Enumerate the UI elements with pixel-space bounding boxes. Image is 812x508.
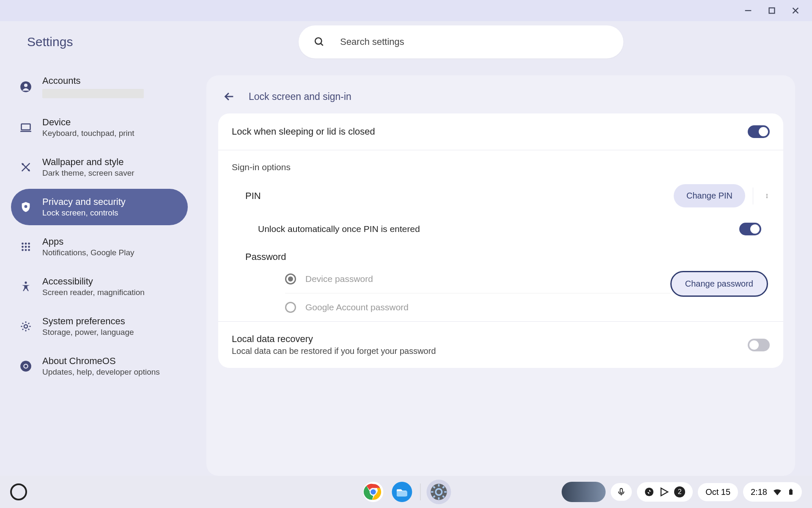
sidebar-item-privacy[interactable]: Privacy and security Lock screen, contro… (11, 189, 188, 225)
shelf-app-settings[interactable] (427, 480, 451, 504)
accessibility-icon (19, 280, 32, 293)
svg-rect-46 (620, 489, 623, 493)
svg-point-7 (24, 83, 27, 87)
svg-line-42 (433, 486, 435, 488)
app-header: Settings (0, 21, 812, 63)
close-icon[interactable] (791, 6, 800, 15)
radio-icon (285, 302, 296, 313)
lock-sleep-toggle[interactable] (748, 125, 770, 138)
svg-point-10 (22, 163, 24, 166)
launcher-button[interactable] (10, 483, 27, 500)
redacted-text (42, 89, 144, 98)
pin-more-button[interactable] (753, 188, 770, 204)
svg-point-29 (766, 195, 767, 196)
search-input[interactable] (340, 36, 608, 47)
recovery-toggle[interactable] (748, 339, 770, 351)
sidebar-item-label: Accounts (42, 75, 144, 86)
pin-label: PIN (245, 190, 261, 202)
search-icon (314, 36, 325, 47)
svg-rect-1 (769, 8, 775, 14)
sidebar-item-sub: Storage, power, language (42, 328, 134, 337)
password-label: Password (245, 251, 286, 262)
svg-point-4 (315, 38, 321, 44)
page-title: Lock screen and sign-in (249, 91, 351, 102)
shelf: 2 Oct 15 2:18 (0, 476, 812, 508)
recovery-sub: Local data can be restored if you forget… (232, 346, 436, 356)
svg-line-43 (443, 496, 444, 497)
notification-badge: 2 (674, 486, 685, 497)
svg-point-26 (25, 365, 27, 368)
change-password-button[interactable]: Change password (670, 271, 768, 297)
notifications-tray[interactable]: 2 (637, 482, 693, 502)
sidebar-item-system[interactable]: System preferences Storage, power, langu… (11, 308, 188, 345)
sidebar-item-label: Accessibility (42, 276, 145, 287)
search-bar[interactable] (299, 25, 623, 58)
wifi-icon (772, 487, 782, 497)
radio-icon (285, 273, 296, 284)
sidebar-item-sub: Updates, help, developer options (42, 367, 160, 377)
svg-point-30 (766, 197, 767, 198)
status-tray[interactable]: 2:18 (743, 482, 802, 502)
sidebar-item-about[interactable]: About ChromeOS Updates, help, developer … (11, 348, 188, 384)
auto-unlock-toggle[interactable] (739, 223, 761, 235)
shelf-app-chrome[interactable] (361, 480, 386, 504)
svg-rect-51 (789, 490, 793, 495)
date-tray[interactable]: Oct 15 (698, 483, 738, 501)
svg-rect-52 (790, 489, 792, 490)
sidebar-item-accounts[interactable]: Accounts (11, 68, 188, 106)
svg-line-44 (443, 486, 444, 488)
svg-point-13 (22, 243, 24, 245)
password-option-label: Device password (305, 274, 373, 284)
sidebar-item-label: Privacy and security (42, 196, 126, 207)
shelf-date: Oct 15 (705, 487, 730, 497)
recovery-title: Local data recovery (232, 334, 436, 345)
content-panel: Lock screen and sign-in Lock when sleepi… (206, 75, 795, 476)
desk-thumbnail[interactable] (562, 482, 606, 502)
window-titlebar (0, 0, 812, 21)
sidebar-item-sub: Keyboard, touchpad, print (42, 129, 134, 138)
svg-point-28 (766, 194, 767, 195)
svg-point-21 (28, 249, 30, 251)
svg-rect-8 (22, 124, 30, 130)
svg-rect-35 (397, 491, 407, 497)
svg-line-45 (433, 496, 435, 497)
password-option-device[interactable]: Device password (285, 265, 670, 293)
shelf-app-files[interactable] (390, 480, 414, 504)
svg-point-17 (25, 246, 27, 248)
maximize-icon[interactable] (767, 6, 776, 15)
svg-point-14 (25, 243, 27, 245)
sidebar-item-label: Wallpaper and style (42, 157, 134, 168)
sidebar-item-label: About ChromeOS (42, 356, 160, 367)
dictation-button[interactable] (611, 483, 632, 501)
signin-section-title: Sign-in options (218, 150, 783, 177)
shelf-divider (420, 483, 421, 500)
apps-grid-icon (19, 240, 32, 253)
svg-point-20 (25, 249, 27, 251)
brush-icon (19, 161, 32, 174)
sidebar-item-label: Device (42, 117, 134, 128)
sidebar: Accounts Device Keyboard, touchpad, prin… (0, 63, 199, 476)
password-option-label: Google Account password (305, 302, 409, 312)
gear-icon (19, 320, 32, 333)
back-button[interactable] (221, 88, 238, 105)
minimize-icon[interactable] (743, 6, 753, 15)
svg-point-11 (28, 169, 30, 171)
password-option-google[interactable]: Google Account password (285, 293, 670, 321)
sidebar-item-label: System preferences (42, 316, 134, 327)
sidebar-item-accessibility[interactable]: Accessibility Screen reader, magnificati… (11, 268, 188, 305)
change-pin-button[interactable]: Change PIN (674, 184, 745, 207)
app-title: Settings (27, 35, 73, 49)
sidebar-item-apps[interactable]: Apps Notifications, Google Play (11, 229, 188, 265)
svg-point-18 (28, 246, 30, 248)
laptop-icon (19, 121, 32, 134)
svg-marker-50 (661, 488, 668, 496)
sidebar-item-device[interactable]: Device Keyboard, touchpad, print (11, 109, 188, 146)
account-icon (19, 80, 32, 93)
sidebar-item-sub: Notifications, Google Play (42, 248, 134, 257)
auto-unlock-label: Unlock automatically once PIN is entered (258, 224, 420, 234)
sidebar-item-wallpaper[interactable]: Wallpaper and style Dark theme, screen s… (11, 149, 188, 185)
sidebar-item-sub: Screen reader, magnification (42, 288, 145, 297)
shield-icon (19, 201, 32, 213)
svg-point-12 (25, 205, 27, 208)
lock-sleep-label: Lock when sleeping or lid is closed (232, 126, 375, 137)
